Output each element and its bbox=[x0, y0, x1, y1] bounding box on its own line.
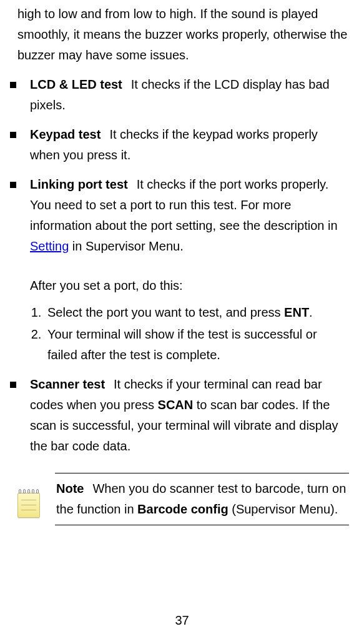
test-list: LCD & LED testIt checks if the LCD displ… bbox=[17, 74, 349, 457]
linking-step-1a: Select the port you want to test, and pr… bbox=[47, 305, 284, 319]
barcode-config-label: Barcode config bbox=[137, 502, 229, 516]
setting-link[interactable]: Setting bbox=[30, 239, 69, 253]
ent-key-label: ENT bbox=[284, 305, 309, 319]
scanner-test-title: Scanner test bbox=[30, 377, 105, 391]
lcd-led-test-title: LCD & LED test bbox=[30, 77, 122, 91]
note-label: Note bbox=[56, 482, 84, 495]
notepad-icon bbox=[17, 492, 40, 518]
note-text-b: (Supervisor Menu). bbox=[229, 502, 338, 516]
buzzer-test-continuation: high to low and from low to high. If the… bbox=[17, 4, 349, 66]
scan-key-label: SCAN bbox=[158, 398, 194, 412]
linking-step-1c: . bbox=[309, 305, 313, 319]
linking-port-test-desc-b: in Supervisor Menu. bbox=[69, 239, 183, 253]
linking-port-after: After you set a port, do this: bbox=[30, 275, 349, 296]
linking-port-steps: Select the port you want to test, and pr… bbox=[30, 302, 349, 365]
note-block: NoteWhen you do scanner test to barcode,… bbox=[17, 473, 349, 525]
page-number: 37 bbox=[0, 613, 364, 628]
linking-step-2: Your terminal will show if the test is s… bbox=[45, 324, 349, 365]
linking-port-test-item: Linking port testIt checks if the port w… bbox=[17, 174, 349, 365]
linking-port-test-title: Linking port test bbox=[30, 177, 128, 191]
linking-step-1: Select the port you want to test, and pr… bbox=[45, 302, 349, 323]
keypad-test-title: Keypad test bbox=[30, 127, 101, 141]
note-text: NoteWhen you do scanner test to barcode,… bbox=[55, 473, 349, 525]
lcd-led-test-item: LCD & LED testIt checks if the LCD displ… bbox=[17, 74, 349, 116]
keypad-test-item: Keypad testIt checks if the keypad works… bbox=[17, 124, 349, 166]
scanner-test-item: Scanner testIt checks if your terminal c… bbox=[17, 374, 349, 457]
